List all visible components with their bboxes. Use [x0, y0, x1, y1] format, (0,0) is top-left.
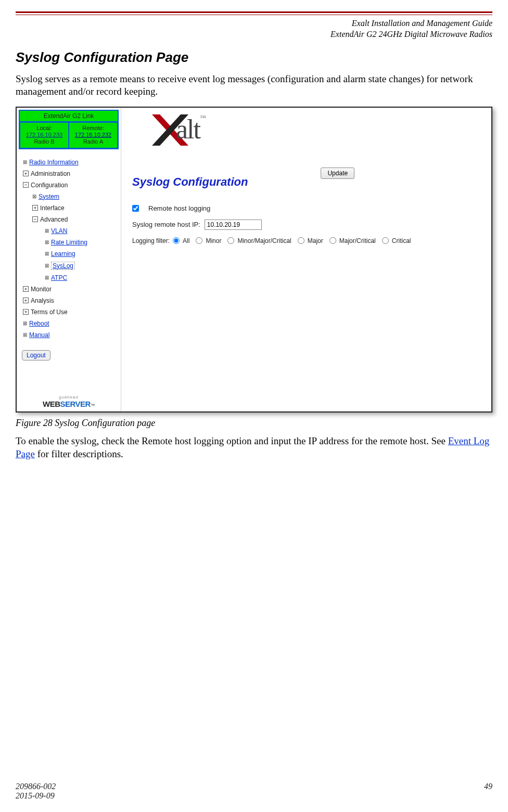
link-local-ip[interactable]: 172.16.10.233 — [21, 132, 67, 138]
nav-system[interactable]: ⊠ System — [20, 191, 118, 202]
nav-label: System — [39, 193, 59, 200]
webserver-logo: goahead WEBSERVER™ — [43, 395, 95, 408]
nav-atpc[interactable]: ⊠ ATPC — [20, 272, 118, 283]
bullet-icon: ⊠ — [23, 320, 27, 326]
nav-syslog[interactable]: ⊠ SysLog — [20, 260, 118, 272]
exalt-logo-text: alt™ — [176, 114, 205, 145]
para2-a: To enable the syslog, check the Remote h… — [16, 435, 448, 446]
top-rule — [16, 11, 492, 15]
webserver-goahead: goahead — [43, 395, 95, 399]
link-status-box: ExtendAir G2 Link Local: 172.16.10.233 R… — [19, 110, 119, 149]
nav-learning[interactable]: ⊠ Learning — [20, 248, 118, 260]
minus-icon: − — [23, 182, 29, 188]
nav-label: Monitor — [31, 286, 52, 293]
logging-filter-row: Logging filter: All Minor Minor/Major/Cr… — [132, 237, 491, 244]
bullet-icon: ⊠ — [23, 332, 27, 338]
syslog-form: Remote host logging Syslog remote host I… — [132, 204, 491, 244]
filter-mmc-radio[interactable] — [227, 237, 234, 244]
minus-icon: − — [32, 216, 38, 222]
bullet-icon: ⊠ — [45, 228, 49, 234]
link-local-radio: Radio B — [21, 138, 67, 145]
nav-analysis[interactable]: + Analysis — [20, 295, 118, 306]
nav-label: Interface — [40, 204, 65, 212]
nav-rate-limiting[interactable]: ⊠ Rate Limiting — [20, 237, 118, 248]
logout-button[interactable]: Logout — [22, 350, 50, 360]
syslog-ip-label: Syslog remote host IP: — [132, 221, 200, 228]
app-sidebar: ExtendAir G2 Link Local: 172.16.10.233 R… — [17, 108, 121, 411]
plus-icon: + — [23, 309, 29, 315]
link-local-label: Local: — [21, 125, 67, 132]
doc-header: Exalt Installation and Management Guide … — [16, 18, 492, 40]
syslog-ip-input[interactable] — [205, 220, 262, 230]
nav-reboot[interactable]: ⊠ Reboot — [20, 318, 118, 329]
figure-screenshot: ExtendAir G2 Link Local: 172.16.10.233 R… — [16, 107, 492, 413]
nav-label: SysLog — [51, 262, 75, 270]
filter-critical-radio[interactable] — [382, 237, 389, 244]
link-remote-cell: Remote: 172.16.10.232 Radio A — [69, 122, 118, 148]
link-local-cell: Local: 172.16.10.233 Radio B — [20, 122, 69, 148]
nav-label: Manual — [29, 331, 49, 339]
intro-paragraph: Syslog serves as a remote means to recei… — [16, 73, 492, 98]
exalt-logo: alt™ — [152, 112, 251, 153]
nav-label: Analysis — [31, 297, 54, 304]
figure-caption: Figure 28 Syslog Configuration page — [16, 418, 492, 429]
nav-label: VLAN — [51, 227, 67, 235]
nav-label: Radio Information — [29, 159, 79, 166]
nav-advanced[interactable]: − Advanced — [20, 214, 118, 225]
nav-label: Rate Limiting — [51, 239, 87, 246]
filter-mc-radio[interactable] — [329, 237, 336, 244]
footer-pagenum: 49 — [484, 782, 492, 801]
bullet-icon: ⊠ — [45, 263, 49, 268]
nav-configuration[interactable]: − Configuration — [20, 179, 118, 191]
filter-mc-label: Major/Critical — [339, 237, 376, 244]
filter-minor-radio[interactable] — [196, 237, 202, 244]
bullet-icon: ⊠ — [32, 194, 36, 199]
nav-radio-information[interactable]: ⊠ Radio Information — [20, 157, 118, 168]
nav-label: Administration — [31, 170, 70, 177]
footer-date: 2015-09-09 — [16, 791, 56, 801]
logging-filter-label: Logging filter: — [132, 237, 170, 244]
nav-administration[interactable]: + Administration — [20, 168, 118, 179]
filter-all-label: All — [183, 237, 189, 244]
bullet-icon: ⊠ — [45, 251, 49, 256]
nav-interface[interactable]: + Interface — [20, 202, 118, 214]
nav-tree: ⊠ Radio Information + Administration − C… — [17, 157, 121, 341]
nav-terms[interactable]: + Terms of Use — [20, 306, 118, 318]
remote-host-logging-label: Remote host logging — [148, 204, 210, 212]
link-remote-label: Remote: — [70, 125, 116, 132]
link-remote-ip[interactable]: 172.16.10.232 — [70, 132, 116, 138]
footer-docnum: 209866-002 — [16, 782, 56, 791]
nav-vlan[interactable]: ⊠ VLAN — [20, 225, 118, 237]
link-status-title: ExtendAir G2 Link — [20, 111, 118, 122]
nav-label: Advanced — [40, 216, 68, 223]
plus-icon: + — [23, 298, 29, 303]
nav-label: Reboot — [29, 320, 49, 327]
bullet-icon: ⊠ — [45, 275, 49, 280]
nav-manual[interactable]: ⊠ Manual — [20, 329, 118, 341]
section-title: Syslog Configuration Page — [16, 49, 492, 66]
nav-label: Terms of Use — [31, 308, 68, 316]
nav-monitor[interactable]: + Monitor — [20, 283, 118, 295]
panel-title: Syslog Configuration — [132, 175, 248, 189]
nav-label: Configuration — [31, 182, 68, 189]
doc-header-line2: ExtendAir G2 24GHz Digital Microwave Rad… — [16, 29, 492, 40]
plus-icon: + — [23, 171, 29, 176]
filter-major-label: Major — [308, 237, 323, 244]
doc-header-line1: Exalt Installation and Management Guide — [16, 18, 492, 29]
bullet-icon: ⊠ — [23, 159, 27, 165]
webserver-server: SERVER — [60, 399, 91, 408]
doc-footer: 209866-002 2015-09-09 49 — [16, 782, 492, 801]
filter-major-radio[interactable] — [298, 237, 304, 244]
enable-paragraph: To enable the syslog, check the Remote h… — [16, 435, 492, 460]
filter-critical-label: Critical — [392, 237, 411, 244]
plus-icon: + — [32, 205, 38, 211]
para2-b: for filter descriptions. — [35, 448, 123, 459]
nav-label: ATPC — [51, 274, 67, 281]
update-button[interactable]: Update — [321, 167, 354, 179]
filter-all-radio[interactable] — [173, 237, 180, 244]
nav-label: Learning — [51, 250, 75, 257]
remote-host-logging-checkbox[interactable] — [132, 205, 139, 212]
plus-icon: + — [23, 286, 29, 292]
link-remote-radio: Radio A — [70, 138, 116, 145]
filter-minor-label: Minor — [206, 237, 221, 244]
